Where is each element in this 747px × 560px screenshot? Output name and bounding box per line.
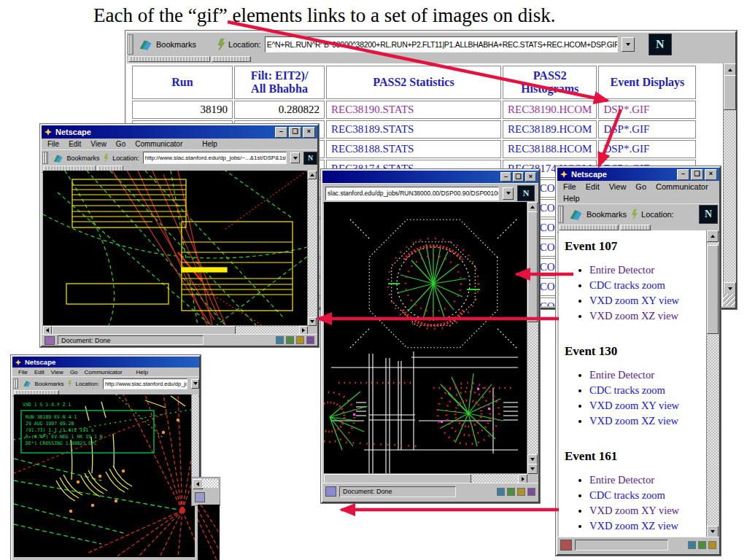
- menu-communicator[interactable]: Communicator: [135, 140, 182, 148]
- scroll-down-button[interactable]: [707, 526, 719, 537]
- location-dropdown-button[interactable]: [622, 37, 635, 52]
- location-input[interactable]: E^N+RL.RUN^R^B^38000^38200+RL.RUN+P2.FLT…: [265, 36, 618, 52]
- scroll-up-button[interactable]: [527, 202, 538, 212]
- menu-edit[interactable]: Edit: [69, 140, 81, 148]
- scroll-left-button[interactable]: [193, 479, 203, 489]
- security-icon[interactable]: [325, 486, 336, 497]
- close-button[interactable]: ×: [303, 127, 315, 138]
- close-button[interactable]: ×: [705, 169, 717, 180]
- location-dropdown-button[interactable]: [191, 379, 199, 389]
- stats-link[interactable]: REC38188.STATS: [331, 143, 414, 155]
- menu-edit[interactable]: Edit: [586, 182, 600, 191]
- navigator-icon[interactable]: [688, 541, 696, 549]
- middle-window-hscrollbar[interactable]: [324, 473, 527, 483]
- menu-communicator[interactable]: Communicator: [85, 369, 123, 376]
- vxd-zoom-xy-link[interactable]: VXD zoom XY view: [589, 400, 679, 411]
- collapse-tab[interactable]: [128, 56, 210, 62]
- bg-window-scrollbar[interactable]: [723, 63, 736, 294]
- menu-help[interactable]: Help: [136, 369, 148, 376]
- scroll-down-button[interactable]: [527, 464, 538, 474]
- bookmarks-label[interactable]: Bookmarks: [34, 381, 63, 387]
- cdc-tracks-zoom-link[interactable]: CDC tracks zoom: [589, 279, 665, 291]
- composer-icon[interactable]: [296, 336, 304, 344]
- bl-window-vscrollbar[interactable]: [191, 394, 198, 481]
- bookmarks-icon[interactable]: [138, 39, 152, 50]
- menu-help[interactable]: Help: [563, 194, 580, 203]
- minimize-button[interactable]: –: [275, 127, 287, 138]
- left-window-titlebar[interactable]: Netscape – ❑ ×: [42, 125, 317, 139]
- netscape-throbber[interactable]: N: [517, 185, 535, 201]
- left-window-vscrollbar[interactable]: [307, 171, 317, 325]
- scroll-up-button[interactable]: [707, 230, 719, 242]
- entire-detector-link[interactable]: Entire Detector: [589, 474, 654, 486]
- vxd-zoom-xz-link[interactable]: VXD zoom XZ view: [589, 520, 678, 532]
- location-dropdown-button[interactable]: [503, 187, 514, 200]
- maximize-button[interactable]: ❑: [289, 127, 301, 138]
- minimize-button[interactable]: –: [677, 169, 689, 180]
- location-input[interactable]: http://www.slac.stanford.edu/dp_jobs/RUN…: [103, 378, 187, 389]
- scroll-down-button[interactable]: [527, 454, 538, 464]
- entire-detector-link[interactable]: Entire Detector: [589, 369, 654, 381]
- component-bar[interactable]: [497, 488, 535, 496]
- scroll-thumb[interactable]: [707, 245, 719, 334]
- netscape-throbber[interactable]: N: [649, 34, 672, 55]
- toolbar-grip[interactable]: [42, 152, 48, 164]
- bookmarks-icon[interactable]: [53, 154, 63, 163]
- menu-go[interactable]: Go: [70, 369, 78, 376]
- location-dropdown-button[interactable]: [290, 152, 301, 163]
- scroll-thumb[interactable]: [724, 75, 736, 110]
- toolbar-grip[interactable]: [558, 206, 564, 223]
- navigator-icon[interactable]: [276, 336, 284, 344]
- gif-link[interactable]: DSP*.GIF: [603, 123, 649, 135]
- netscape-throbber[interactable]: N: [699, 205, 718, 224]
- gif-link[interactable]: DSP*.GIF: [603, 143, 649, 155]
- menu-file[interactable]: File: [47, 140, 59, 148]
- right-window-vscrollbar[interactable]: [706, 230, 719, 537]
- menu-communicator[interactable]: Communicator: [656, 182, 708, 191]
- stats-link[interactable]: REC38189.STATS: [331, 123, 414, 135]
- entire-detector-link[interactable]: Entire Detector: [589, 264, 654, 276]
- menu-file[interactable]: File: [563, 182, 576, 191]
- composer-icon[interactable]: [708, 541, 716, 549]
- mailbox-icon[interactable]: [698, 541, 706, 549]
- bookmarks-label[interactable]: Bookmarks: [66, 155, 99, 162]
- scroll-thumb[interactable]: [527, 211, 538, 322]
- hcom-link[interactable]: REC38190.HCOM: [508, 104, 592, 115]
- composer-icon[interactable]: [517, 488, 525, 496]
- middle-window-titlebar[interactable]: – ❑ ×: [322, 171, 538, 183]
- menu-view[interactable]: View: [90, 140, 107, 148]
- hcom-link[interactable]: REC38188.HCOM: [508, 143, 592, 155]
- collapse-tab[interactable]: [559, 225, 619, 230]
- security-icon[interactable]: [44, 336, 55, 345]
- collapse-tab[interactable]: [212, 56, 251, 62]
- navigator-icon[interactable]: [497, 488, 505, 496]
- toolbar-grip[interactable]: [13, 378, 18, 389]
- mailbox-icon[interactable]: [507, 488, 515, 496]
- bookmarks-label[interactable]: Bookmarks: [587, 210, 627, 219]
- middle-window-vscrollbar[interactable]: [527, 202, 538, 473]
- location-input[interactable]: slac.stanford.edu/dp_jobs/RUN38000.00/DS…: [325, 187, 499, 201]
- security-icon[interactable]: [560, 540, 572, 551]
- bookmarks-label[interactable]: Bookmarks: [156, 40, 196, 49]
- menu-file[interactable]: File: [18, 369, 28, 376]
- cdc-tracks-zoom-link[interactable]: CDC tracks zoom: [589, 384, 665, 396]
- gif-link[interactable]: DSP*.GIF: [603, 104, 649, 115]
- netscape-throbber[interactable]: N: [303, 152, 317, 165]
- menu-go[interactable]: Go: [116, 140, 125, 148]
- location-input[interactable]: http://www.slac.stanford.edu/dp_jobs/~..…: [143, 152, 287, 164]
- toolbar-grip[interactable]: [128, 34, 133, 55]
- vxd-zoom-xz-link[interactable]: VXD zoom XZ view: [589, 310, 678, 322]
- discussions-icon[interactable]: [527, 488, 535, 496]
- component-bar[interactable]: [688, 541, 716, 549]
- discussions-icon[interactable]: [306, 336, 314, 344]
- menu-help[interactable]: Help: [202, 140, 217, 148]
- scroll-up-button[interactable]: [724, 63, 736, 76]
- menu-view[interactable]: View: [609, 182, 627, 191]
- vxd-zoom-xz-link[interactable]: VXD zoom XZ view: [589, 415, 678, 427]
- scroll-down-button[interactable]: [724, 282, 736, 295]
- collapse-tab[interactable]: [620, 225, 651, 230]
- stats-link[interactable]: REC38190.STATS: [331, 104, 414, 115]
- scroll-down-button[interactable]: [308, 317, 317, 326]
- vxd-zoom-xy-link[interactable]: VXD zoom XY view: [589, 295, 679, 306]
- bl-window-titlebar[interactable]: Netscape: [12, 357, 199, 368]
